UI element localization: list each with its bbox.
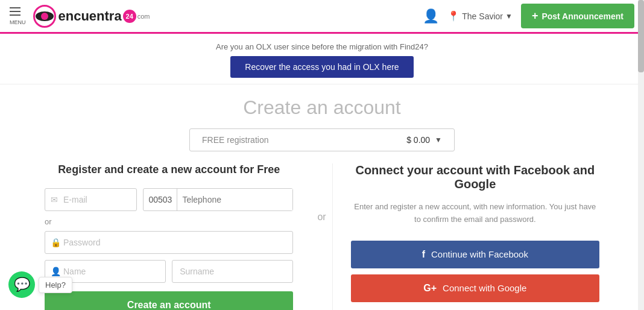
right-desc: Enter and register a new account, with n…	[351, 201, 599, 226]
page-title-section: Create an account	[0, 84, 644, 124]
email-input[interactable]	[45, 188, 137, 211]
eye-icon	[36, 11, 54, 21]
scrollbar-track[interactable]	[638, 0, 644, 310]
google-icon: G+	[423, 283, 437, 294]
pin-icon: 📍	[447, 10, 459, 22]
name-row: 👤	[45, 260, 293, 283]
password-input[interactable]	[45, 231, 293, 254]
lock-icon: 🔒	[51, 238, 61, 247]
password-input-wrap: 🔒	[45, 231, 293, 254]
chevron-down-icon: ▼	[435, 136, 442, 144]
scrollbar-thumb[interactable]	[638, 0, 644, 72]
right-title: Connect your account with Facebook and G…	[351, 163, 599, 191]
olx-banner-text: Are you an OLX user since before the mig…	[6, 42, 638, 51]
email-icon: ✉	[51, 195, 58, 204]
email-input-wrap: ✉	[45, 188, 137, 211]
divider-or: or	[311, 163, 332, 310]
location-selector[interactable]: 📍 The Savior ▼	[447, 10, 513, 22]
facebook-login-button[interactable]: f Continue with Facebook	[351, 241, 599, 268]
create-account-button[interactable]: Create an account	[45, 291, 293, 310]
logo[interactable]: encuentra24com	[33, 5, 150, 28]
email-phone-row: ✉ 00503	[45, 188, 293, 211]
phone-input-wrap: 00503	[143, 188, 293, 211]
person-icon: 👤	[51, 267, 61, 276]
left-panel: Register and create a new account for Fr…	[45, 163, 311, 310]
menu-label: MENU	[10, 19, 26, 25]
google-btn-label: Connect with Google	[443, 283, 526, 293]
help-tooltip: Help?	[39, 277, 72, 293]
post-btn-label: Post Announcement	[541, 11, 623, 21]
olx-banner: Are you an OLX user since before the mig…	[0, 34, 644, 84]
logo-icon	[33, 5, 56, 28]
location-label: The Savior	[462, 11, 503, 21]
logo-com: com	[137, 13, 150, 20]
surname-input[interactable]	[172, 260, 293, 283]
phone-prefix: 00503	[144, 189, 177, 210]
logo-24: 24	[123, 10, 136, 23]
reg-label: FREE registration	[202, 135, 268, 145]
post-announcement-button[interactable]: + Post Announcement	[521, 4, 634, 28]
registration-dropdown[interactable]: FREE registration $ 0.00 ▼	[189, 128, 455, 151]
olx-recover-button[interactable]: Recover the access you had in OLX here	[230, 56, 413, 78]
menu-button[interactable]: MENU	[10, 7, 26, 25]
plus-icon: +	[532, 10, 538, 22]
google-login-button[interactable]: G+ Connect with Google	[351, 274, 599, 302]
phone-input[interactable]	[177, 189, 292, 210]
main-content: Register and create a new account for Fr…	[33, 163, 611, 310]
user-icon[interactable]: 👤	[423, 8, 439, 24]
facebook-icon: f	[422, 249, 425, 260]
or-divider-text: or	[317, 212, 326, 223]
reg-price: $ 0.00 ▼	[406, 135, 442, 145]
left-title: Register and create a new account for Fr…	[45, 163, 293, 176]
or-text: or	[45, 217, 293, 226]
chevron-down-icon: ▼	[505, 12, 513, 21]
whatsapp-button[interactable]: 💬	[8, 271, 35, 298]
page-title: Create an account	[6, 96, 638, 119]
fb-btn-label: Continue with Facebook	[431, 249, 528, 259]
whatsapp-icon: 💬	[14, 277, 30, 293]
registration-dropdown-wrap: FREE registration $ 0.00 ▼	[0, 128, 644, 151]
right-panel: Connect your account with Facebook and G…	[332, 163, 599, 310]
navbar: MENU encuentra24com 👤 📍 The Savior ▼ + P…	[0, 0, 644, 34]
logo-text: encuentra	[58, 8, 122, 24]
